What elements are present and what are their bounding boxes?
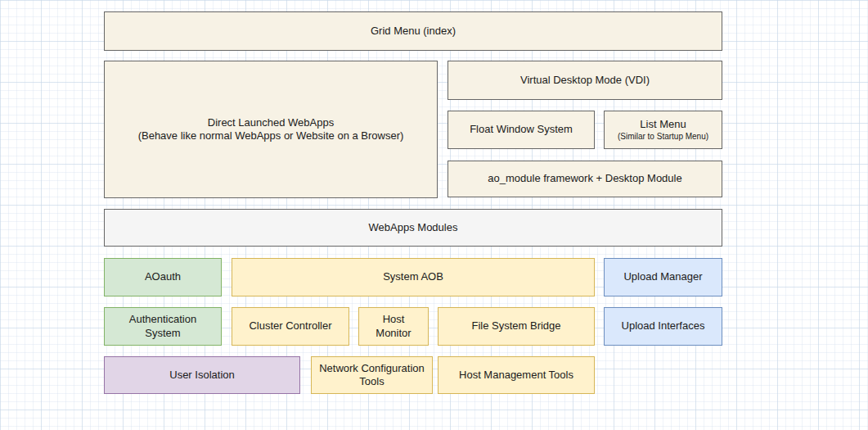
node-label: System AOB	[383, 270, 443, 283]
node-label: Upload Manager	[623, 270, 702, 283]
node-label: ao_module framework + Desktop Module	[488, 172, 681, 185]
diagram-node-direct-launched-webapps[interactable]: Direct Launched WebApps(Behave like norm…	[104, 61, 438, 198]
diagram-node-file-system-bridge[interactable]: File System Bridge	[438, 307, 595, 346]
node-label: Virtual Desktop Mode (VDI)	[520, 74, 650, 87]
diagram-node-float-window-system[interactable]: Float Window System	[447, 111, 595, 149]
diagram-node-list-menu[interactable]: List Menu(Similar to Startup Menu)	[604, 111, 722, 149]
diagram-node-system-aob[interactable]: System AOB	[232, 258, 595, 296]
node-label: WebApps Modules	[369, 221, 458, 234]
node-label: Host Monitor	[366, 313, 421, 340]
diagram-node-virtual-desktop-mode[interactable]: Virtual Desktop Mode (VDI)	[447, 61, 722, 100]
diagram-node-host-management-tools[interactable]: Host Management Tools	[438, 356, 595, 394]
node-sublabel: (Behave like normal WebApps or Website o…	[138, 129, 404, 143]
diagram-node-user-isolation[interactable]: User Isolation	[104, 356, 300, 394]
diagram-node-network-configuration-tools[interactable]: Network Configuration Tools	[311, 356, 433, 394]
node-label: AOauth	[145, 270, 181, 283]
diagram-node-ao-module-framework[interactable]: ao_module framework + Desktop Module	[447, 161, 722, 197]
diagram-node-cluster-controller[interactable]: Cluster Controller	[232, 307, 349, 346]
node-sublabel: (Similar to Startup Menu)	[618, 132, 708, 143]
diagram-node-grid-menu[interactable]: Grid Menu (index)	[104, 11, 722, 51]
node-label: Direct Launched WebApps	[208, 116, 334, 129]
node-label: File System Bridge	[471, 319, 560, 333]
node-label: Cluster Controller	[249, 319, 331, 333]
node-label: Network Configuration Tools	[318, 362, 425, 389]
node-label: User Isolation	[169, 369, 234, 382]
diagram-node-aoauth[interactable]: AOauth	[104, 258, 222, 296]
node-label: Grid Menu (index)	[371, 25, 456, 38]
node-label: Upload Interfaces	[622, 319, 705, 333]
diagram-node-upload-interfaces[interactable]: Upload Interfaces	[604, 307, 722, 346]
diagram-node-webapps-modules[interactable]: WebApps Modules	[104, 209, 722, 247]
node-label: List Menu	[640, 118, 686, 131]
diagram-node-authentication-system[interactable]: Authentication System	[104, 307, 222, 346]
diagram-canvas: Grid Menu (index)Direct Launched WebApps…	[0, 0, 868, 430]
diagram-node-host-monitor[interactable]: Host Monitor	[358, 307, 429, 346]
node-label: Float Window System	[470, 123, 573, 136]
node-label: Authentication System	[111, 313, 214, 340]
node-label: Host Management Tools	[459, 369, 573, 382]
diagram-node-upload-manager[interactable]: Upload Manager	[604, 258, 722, 296]
